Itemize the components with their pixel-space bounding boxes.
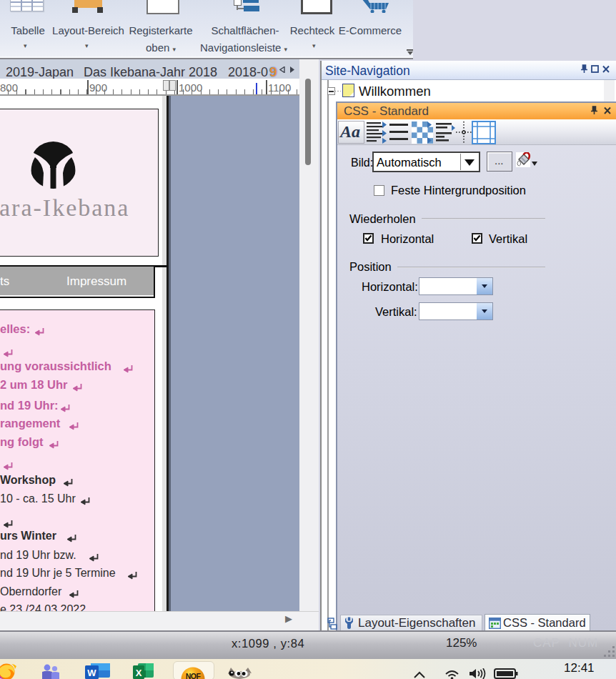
svg-text:X: X bbox=[136, 668, 142, 678]
svg-text:NOF: NOF bbox=[186, 672, 202, 679]
svg-text:W: W bbox=[87, 668, 96, 678]
